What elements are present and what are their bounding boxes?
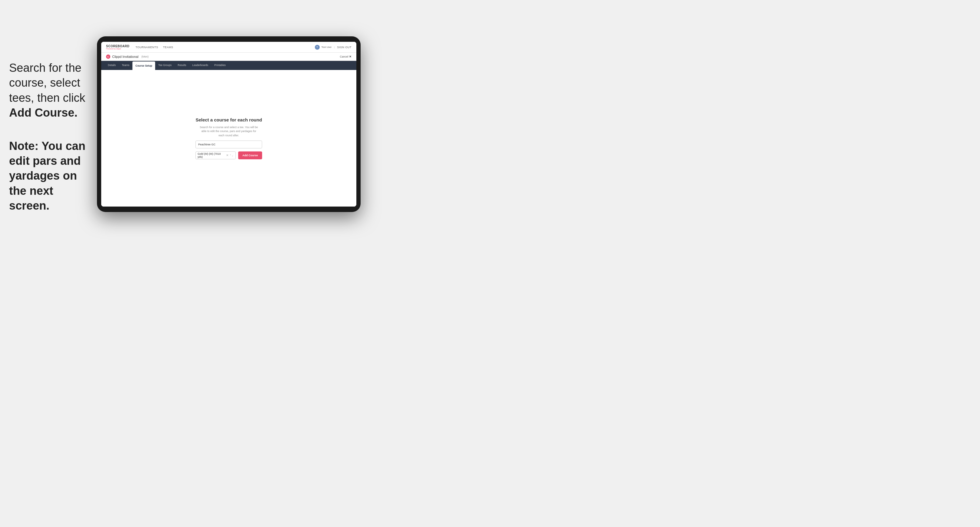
- brand-name: SCOREBOARD: [106, 44, 129, 48]
- user-label: Test User: [321, 46, 332, 48]
- tab-teams[interactable]: Teams: [119, 61, 132, 70]
- panel-title: Select a course for each round: [196, 117, 262, 122]
- tournament-icon: C: [106, 54, 110, 59]
- top-nav: SCOREBOARD Powered by clippd TOURNAMENTS…: [101, 42, 356, 53]
- main-content: Select a course for each round Search fo…: [101, 70, 356, 206]
- tournament-name: Clippd Invitational: [112, 55, 138, 59]
- cancel-label: Cancel: [340, 55, 348, 58]
- annotation-note: Note: You can edit pars and yardages on …: [9, 139, 94, 214]
- course-setup-panel: Select a course for each round Search fo…: [177, 117, 280, 160]
- tab-results[interactable]: Results: [175, 61, 189, 70]
- brand-sub: Powered by clippd: [106, 48, 129, 50]
- tee-select-value: Gold (M) (M) (7010 yds): [197, 152, 226, 159]
- tee-chevron-icon[interactable]: ⌃⌄: [229, 154, 234, 157]
- brand-logo: SCOREBOARD Powered by clippd: [106, 44, 129, 50]
- tab-nav: Details Teams Course Setup Tee Groups Re…: [101, 61, 356, 70]
- tab-course-setup[interactable]: Course Setup: [132, 62, 155, 71]
- add-course-button[interactable]: Add Course: [238, 151, 262, 159]
- tournament-sub: (Men): [142, 55, 149, 58]
- tab-leaderboards[interactable]: Leaderboards: [189, 61, 211, 70]
- annotation-bold: Add Course.: [9, 106, 78, 119]
- cancel-x-icon: ✕: [349, 55, 352, 58]
- tab-tee-groups[interactable]: Tee Groups: [155, 61, 175, 70]
- tee-select-controls: ✕ ⌃⌄: [226, 154, 234, 157]
- user-area: T Test User | Sign out: [315, 45, 352, 50]
- left-annotation: Search for the course, select tees, then…: [9, 60, 94, 214]
- tablet-device: SCOREBOARD Powered by clippd TOURNAMENTS…: [97, 37, 361, 212]
- tournament-header: C Clippd Invitational (Men) Cancel ✕: [101, 53, 356, 61]
- annotation-text: Search for the course, select tees, then…: [9, 62, 85, 119]
- course-search-input[interactable]: [196, 141, 262, 148]
- nav-links: TOURNAMENTS TEAMS: [135, 46, 315, 49]
- pipe-separator: |: [334, 46, 334, 48]
- panel-description: Search for a course and select a tee. Yo…: [199, 125, 259, 138]
- tab-printables[interactable]: Printables: [211, 61, 229, 70]
- sign-out-link[interactable]: Sign out: [337, 46, 352, 49]
- cancel-area[interactable]: Cancel ✕: [340, 55, 352, 58]
- nav-tournaments[interactable]: TOURNAMENTS: [135, 46, 158, 49]
- tee-clear-icon[interactable]: ✕: [226, 154, 229, 157]
- user-avatar: T: [315, 45, 320, 50]
- nav-teams[interactable]: TEAMS: [163, 46, 173, 49]
- tee-select[interactable]: Gold (M) (M) (7010 yds) ✕ ⌃⌄: [196, 151, 236, 159]
- tablet-screen: SCOREBOARD Powered by clippd TOURNAMENTS…: [101, 42, 356, 206]
- tournament-title: C Clippd Invitational (Men): [106, 54, 148, 59]
- tab-details[interactable]: Details: [105, 61, 119, 70]
